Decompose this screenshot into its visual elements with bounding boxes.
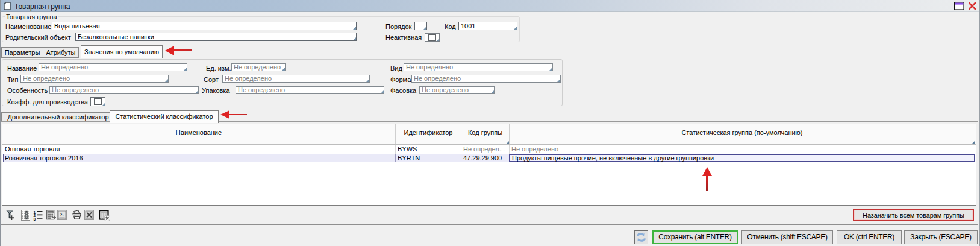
svg-text:Σ: Σ	[60, 212, 64, 218]
svg-text:3: 3	[34, 217, 36, 221]
